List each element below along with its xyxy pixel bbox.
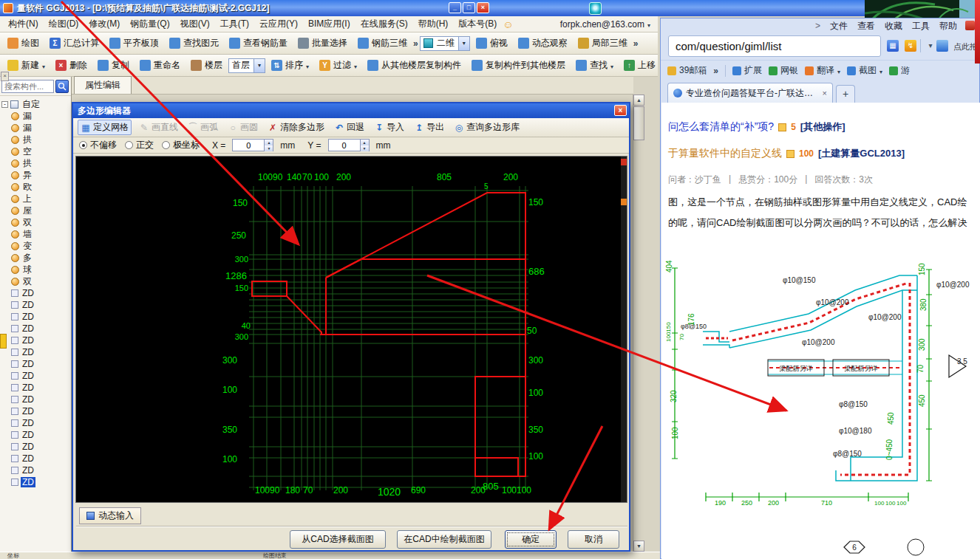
menu-item[interactable]: 构件(N) bbox=[3, 16, 44, 32]
toolbar-button[interactable]: 复制 bbox=[93, 57, 134, 74]
bookmark-item[interactable]: 扩展 bbox=[732, 64, 762, 77]
tree-item[interactable]: 拱 bbox=[0, 157, 71, 169]
combo-arrow-icon[interactable] bbox=[253, 59, 265, 72]
toolbar-button[interactable]: ↑ 上移 bbox=[619, 57, 658, 74]
menu-item[interactable]: 视图(V) bbox=[175, 16, 215, 32]
tab-property-editor[interactable]: 属性编辑 bbox=[74, 76, 132, 94]
question-category[interactable]: [土建算量GCL2013] bbox=[818, 147, 905, 160]
tree-item[interactable]: ZD bbox=[0, 358, 71, 370]
tree-item[interactable]: 屋 bbox=[0, 205, 71, 216]
question-link[interactable]: 于算量软件中的自定义线 bbox=[668, 147, 782, 160]
address-bar[interactable]: com/question/giml/list bbox=[668, 35, 881, 57]
browser-menu-item[interactable]: 工具 bbox=[912, 20, 930, 32]
dialog-tool-button[interactable]: ○ 画圆 bbox=[225, 120, 260, 134]
dialog-tool-button[interactable]: ✗ 清除多边形 bbox=[265, 120, 327, 134]
tree-item[interactable]: 变 bbox=[0, 240, 71, 252]
scrollbar-thumb[interactable] bbox=[633, 106, 644, 140]
toolbar-button[interactable]: ⇅ 排序 bbox=[267, 57, 313, 74]
account-dropdown[interactable]: forpk.chen@163.com bbox=[560, 19, 655, 30]
menu-item[interactable]: 修改(M) bbox=[84, 16, 125, 32]
browser-tab[interactable]: 专业造价问题答疑平台-广联达抽... × bbox=[667, 83, 833, 103]
floor-combo[interactable]: 首层 bbox=[228, 58, 265, 73]
tree-item[interactable]: ZD bbox=[0, 394, 71, 405]
toolbar-button[interactable]: 查找 bbox=[571, 57, 618, 74]
bookmark-item[interactable]: 39邮箱 bbox=[667, 64, 707, 77]
dialog-tool-button[interactable]: ↥ 导出 bbox=[412, 120, 446, 134]
combo-arrow-icon[interactable] bbox=[458, 37, 469, 50]
x-input[interactable] bbox=[233, 140, 264, 151]
mode-radio[interactable]: 极坐标 bbox=[162, 139, 200, 151]
y-input[interactable] bbox=[329, 140, 360, 151]
toolbar-button[interactable]: 复制构件到其他楼层 bbox=[467, 57, 570, 74]
tree-item[interactable]: ZD bbox=[0, 417, 71, 429]
apps-grid-icon[interactable]: ▦ bbox=[887, 40, 899, 52]
spinner-arrows-icon[interactable]: ▲▼ bbox=[264, 140, 273, 151]
toolbar-overflow-icon[interactable] bbox=[413, 38, 418, 49]
canvas-scrollbar[interactable] bbox=[621, 157, 627, 502]
toolbar-overflow-icon[interactable] bbox=[633, 38, 639, 49]
dialog-tool-button[interactable]: ⌒ 画弧 bbox=[186, 120, 220, 134]
tree-item[interactable]: 球 bbox=[0, 264, 71, 275]
toolbar-button[interactable]: 动态观察 bbox=[514, 35, 572, 52]
favorites-book-icon[interactable] bbox=[965, 21, 975, 30]
chevron-down-icon[interactable]: ▾ bbox=[925, 40, 936, 52]
tree-item[interactable]: ZD bbox=[0, 405, 71, 417]
toolbar-button[interactable]: 批量选择 bbox=[293, 35, 352, 52]
tree-item[interactable]: 墙 bbox=[0, 228, 71, 240]
dialog-tool-button[interactable]: ↶ 回退 bbox=[332, 120, 367, 134]
select-section-from-cad-button[interactable]: 从CAD选择截面图 bbox=[290, 530, 386, 549]
tree-item[interactable]: ZD bbox=[0, 370, 71, 382]
bookmark-item[interactable]: 截图 bbox=[847, 64, 882, 77]
bookmark-item[interactable]: 游 bbox=[889, 64, 910, 77]
tree-item[interactable]: ZD bbox=[0, 429, 71, 441]
tree-item[interactable]: ZD bbox=[0, 323, 71, 335]
cancel-button[interactable]: 取消 bbox=[568, 530, 619, 549]
mode-radio[interactable]: 不偏移 bbox=[79, 139, 117, 151]
toolbar-button[interactable]: 绘图 bbox=[3, 35, 44, 52]
mode-radio[interactable]: 正交 bbox=[125, 139, 154, 151]
toolbar-button[interactable]: 局部三维 bbox=[574, 35, 632, 52]
menu-item[interactable]: 云应用(Y) bbox=[254, 16, 303, 32]
toolbar-button[interactable]: 从其他楼层复制构件 bbox=[363, 57, 466, 74]
browser-menu-item[interactable]: 收藏 bbox=[885, 20, 902, 32]
spinner-arrows-icon[interactable]: ▲▼ bbox=[360, 140, 369, 151]
x-spinner[interactable]: ▲▼ bbox=[232, 139, 273, 151]
menu-item[interactable]: 帮助(H) bbox=[413, 16, 454, 32]
scroll-up-icon[interactable] bbox=[633, 95, 644, 106]
yellow-note-tag[interactable] bbox=[0, 334, 7, 349]
toolbar-button[interactable]: 平齐板顶 bbox=[105, 35, 163, 52]
main-vertical-scrollbar[interactable] bbox=[633, 95, 644, 552]
tree-item[interactable]: 双 bbox=[0, 275, 71, 287]
ggj-titlebar[interactable]: 量软件 GGJ2013 - [D:\预结算及抽筋\广联达抽筋\测试-2.GGJ1… bbox=[0, 0, 865, 16]
dialog-tool-button[interactable]: ↧ 导入 bbox=[372, 120, 406, 134]
question-link[interactable]: 问怎么套清单的“补”项? bbox=[668, 120, 774, 134]
dialog-tool-button[interactable]: ✎ 画直线 bbox=[137, 120, 180, 134]
menu-item[interactable]: 工具(T) bbox=[215, 16, 254, 32]
tree-item[interactable]: ZD bbox=[0, 287, 71, 299]
tree-item[interactable]: ZD bbox=[0, 382, 71, 394]
menu-item[interactable]: 绘图(D) bbox=[44, 16, 84, 32]
tree-item[interactable]: ZD bbox=[0, 476, 71, 488]
y-spinner[interactable]: ▲▼ bbox=[328, 139, 370, 151]
lightning-icon[interactable]: ↯ bbox=[905, 40, 916, 52]
minimize-button[interactable]: _ bbox=[449, 2, 461, 13]
dynamic-input-toggle[interactable]: 动态输入 bbox=[79, 507, 141, 524]
draw-section-in-cad-button[interactable]: 在CAD中绘制截面图 bbox=[397, 530, 491, 549]
dialog-close-button[interactable]: × bbox=[614, 105, 627, 116]
toolbar-button[interactable]: × 删除 bbox=[51, 57, 92, 74]
menu-item[interactable]: 版本号(B) bbox=[453, 16, 502, 32]
tree-item[interactable]: ZD bbox=[0, 464, 71, 476]
dialog-tool-button[interactable]: ◎ 查询多边形库 bbox=[452, 120, 522, 134]
tree-item[interactable]: 上 bbox=[0, 193, 71, 205]
tab-close-icon[interactable]: × bbox=[823, 89, 827, 97]
tree-item[interactable]: 拱 bbox=[0, 134, 71, 145]
toolbar-button[interactable]: 重命名 bbox=[135, 57, 185, 74]
toolbar-button[interactable]: Σ 汇总计算 bbox=[45, 35, 103, 52]
toolbar-button[interactable]: 查找图元 bbox=[165, 35, 223, 52]
tree-item[interactable]: ZD bbox=[0, 335, 71, 346]
polygon-canvas[interactable]: 1009014070100200805200515025030012861504… bbox=[75, 156, 627, 503]
toolbar-button[interactable]: 查看钢筋量 bbox=[225, 35, 292, 52]
close-button[interactable]: × bbox=[477, 2, 489, 13]
menu-item[interactable]: 在线服务(S) bbox=[355, 16, 413, 32]
tree-item[interactable]: ZD bbox=[0, 346, 71, 358]
